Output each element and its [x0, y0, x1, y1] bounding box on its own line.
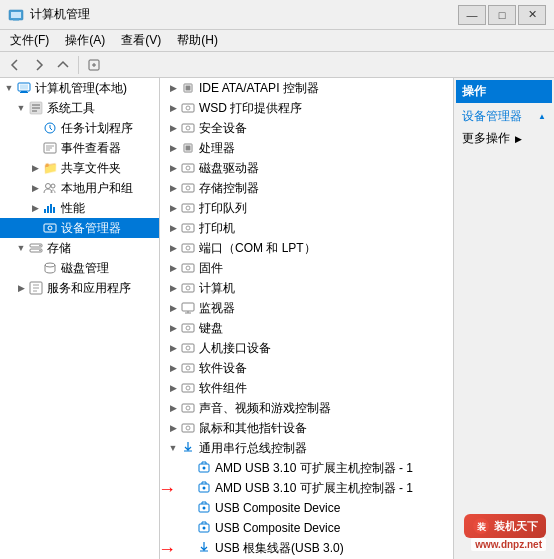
device-item[interactable]: ▶ 软件设备: [160, 358, 453, 378]
device-expand[interactable]: ▶: [166, 241, 180, 255]
device-label: 通用串行总线控制器: [199, 440, 307, 457]
maximize-button[interactable]: □: [488, 5, 516, 25]
tree-root[interactable]: ▼ 计算机管理(本地): [0, 78, 159, 98]
device-item[interactable]: ▶ 软件组件: [160, 378, 453, 398]
toolbar-action1[interactable]: [83, 54, 105, 76]
device-expand[interactable]: ▶: [166, 181, 180, 195]
tree-expand-users[interactable]: ▶: [28, 181, 42, 195]
svg-point-44: [186, 266, 190, 270]
tree-item-event[interactable]: 事件查看器: [0, 138, 159, 158]
tree-expand-services[interactable]: ▶: [14, 281, 28, 295]
tree-item-storage[interactable]: ▼ 存储: [0, 238, 159, 258]
device-item[interactable]: ▶ 打印机: [160, 218, 453, 238]
menu-view[interactable]: 查看(V): [115, 30, 167, 51]
app-icon: [8, 7, 24, 23]
device-type-icon: [180, 280, 196, 296]
device-item[interactable]: ▶ WSD 打印提供程序: [160, 98, 453, 118]
device-item[interactable]: ▶ 人机接口设备: [160, 338, 453, 358]
device-type-icon: [180, 380, 196, 396]
device-expand[interactable]: ▶: [166, 281, 180, 295]
tree-item-task[interactable]: 任务计划程序: [0, 118, 159, 138]
device-expand[interactable]: ▶: [166, 141, 180, 155]
tree-expand-root[interactable]: ▼: [2, 81, 16, 95]
device-item[interactable]: ▶ 存储控制器: [160, 178, 453, 198]
device-item[interactable]: ▶ 固件: [160, 258, 453, 278]
device-item[interactable]: USB 根集线器(USB 3.0): [160, 538, 453, 558]
close-button[interactable]: ✕: [518, 5, 546, 25]
device-label: 监视器: [199, 300, 235, 317]
device-expand[interactable]: ▶: [166, 121, 180, 135]
svg-rect-17: [44, 224, 56, 232]
tree-expand-storage[interactable]: ▼: [14, 241, 28, 255]
device-item[interactable]: USB Composite Device: [160, 498, 453, 518]
menu-action[interactable]: 操作(A): [59, 30, 111, 51]
device-expand[interactable]: [182, 481, 196, 495]
device-item[interactable]: AMD USB 3.10 可扩展主机控制器 - 1: [160, 478, 453, 498]
device-expand[interactable]: [182, 461, 196, 475]
device-expand[interactable]: ▶: [166, 301, 180, 315]
svg-rect-5: [20, 85, 28, 90]
svg-rect-32: [186, 146, 191, 151]
device-item[interactable]: USB Composite Device: [160, 518, 453, 538]
device-expand[interactable]: ▶: [166, 321, 180, 335]
tree-item-users[interactable]: ▶ 本地用户和组: [0, 178, 159, 198]
menu-file[interactable]: 文件(F): [4, 30, 55, 51]
device-expand[interactable]: ▶: [166, 221, 180, 235]
tree-noexpand-event: [28, 141, 42, 155]
device-item[interactable]: ▶ 鼠标和其他指针设备: [160, 418, 453, 438]
device-item[interactable]: ▶ 磁盘驱动器: [160, 158, 453, 178]
device-expand[interactable]: [182, 521, 196, 535]
device-item[interactable]: AMD USB 3.10 可扩展主机控制器 - 1: [160, 458, 453, 478]
device-item[interactable]: ▶ 监视器: [160, 298, 453, 318]
toolbar-forward[interactable]: [28, 54, 50, 76]
device-expand[interactable]: ▶: [166, 381, 180, 395]
svg-point-55: [186, 386, 190, 390]
device-expand[interactable]: ▶: [166, 81, 180, 95]
device-expand[interactable]: ▶: [166, 201, 180, 215]
tree-label-disk: 磁盘管理: [61, 260, 109, 277]
device-expand[interactable]: ▶: [166, 421, 180, 435]
menu-help[interactable]: 帮助(H): [171, 30, 224, 51]
task-icon: [42, 120, 58, 136]
tree-item-services[interactable]: ▶ 服务和应用程序: [0, 278, 159, 298]
tree-item-device-manager[interactable]: 设备管理器: [0, 218, 159, 238]
device-item[interactable]: ▶ 计算机: [160, 278, 453, 298]
device-expand[interactable]: ▶: [166, 401, 180, 415]
tree-item-shared[interactable]: ▶ 📁 共享文件夹: [0, 158, 159, 178]
device-item[interactable]: ▶ 端口（COM 和 LPT）: [160, 238, 453, 258]
tree-item-perf[interactable]: ▶ 性能: [0, 198, 159, 218]
device-expand[interactable]: ▶: [166, 341, 180, 355]
device-item[interactable]: ▶ 键盘: [160, 318, 453, 338]
device-expand[interactable]: ▶: [166, 101, 180, 115]
device-expand[interactable]: [182, 501, 196, 515]
tree-expand-shared[interactable]: ▶: [28, 161, 42, 175]
device-label: AMD USB 3.10 可扩展主机控制器 - 1: [215, 480, 413, 497]
device-type-icon: [180, 200, 196, 216]
action-device-manager[interactable]: 设备管理器 ▲: [456, 105, 552, 128]
device-item[interactable]: ▶ 声音、视频和游戏控制器: [160, 398, 453, 418]
tree-label-users: 本地用户和组: [61, 180, 133, 197]
device-item[interactable]: ▶ 打印队列: [160, 198, 453, 218]
action-more[interactable]: 更多操作 ▶: [456, 128, 552, 149]
device-item[interactable]: ▶ 处理器: [160, 138, 453, 158]
toolbar-back[interactable]: [4, 54, 26, 76]
device-expand[interactable]: [182, 541, 196, 555]
device-expand[interactable]: ▶: [166, 361, 180, 375]
device-item[interactable]: ▶ IDE ATA/ATAPI 控制器: [160, 78, 453, 98]
device-item[interactable]: ▼ 通用串行总线控制器: [160, 438, 453, 458]
tree-expand-perf[interactable]: ▶: [28, 201, 42, 215]
tree-item-system-tools[interactable]: ▼ 系统工具: [0, 98, 159, 118]
left-panel: ▼ 计算机管理(本地) ▼ 系统工具: [0, 78, 160, 559]
toolbar-up[interactable]: [52, 54, 74, 76]
tree-item-disk[interactable]: 磁盘管理: [0, 258, 159, 278]
device-label: 打印机: [199, 220, 235, 237]
tree-label-event: 事件查看器: [61, 140, 121, 157]
device-expand[interactable]: ▼: [166, 441, 180, 455]
minimize-button[interactable]: —: [458, 5, 486, 25]
action-header: 操作: [456, 80, 552, 103]
device-expand[interactable]: ▶: [166, 261, 180, 275]
device-label: WSD 打印提供程序: [199, 100, 302, 117]
device-expand[interactable]: ▶: [166, 161, 180, 175]
device-item[interactable]: ▶ 安全设备: [160, 118, 453, 138]
tree-expand-1[interactable]: ▼: [14, 101, 28, 115]
